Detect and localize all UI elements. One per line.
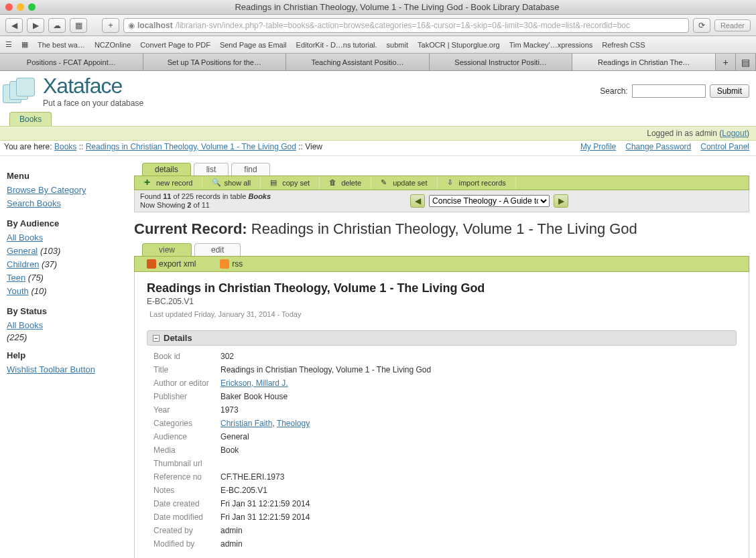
tab-details[interactable]: details [142,163,191,176]
tab-overflow-button[interactable]: ▤ [736,54,756,70]
sidebar-audience-heading: By Audience [7,218,114,228]
link-control-panel[interactable]: Control Panel [700,142,749,151]
sidebar-icon[interactable]: ☰ [5,40,12,49]
action-update-set[interactable]: ✎update set [371,176,437,190]
record-updated: Last updated Friday, January 31, 2014 - … [149,310,737,318]
reload-button[interactable]: ⟳ [693,18,710,33]
sidebar-status-count: (225) [7,332,27,342]
tab-find[interactable]: find [231,163,269,176]
action-copy-set[interactable]: ▤copy set [261,176,320,190]
tab-view[interactable]: view [142,243,192,256]
logout-link[interactable]: Logout [722,129,747,138]
prev-record-button[interactable]: ◀ [410,194,425,208]
content-tabs: details list find [142,163,749,176]
bookmark-item[interactable]: submit [387,41,408,49]
current-record-heading: Current Record: Readings in Christian Th… [134,220,749,238]
sidebar-help-heading: Help [7,350,114,360]
crumb-record[interactable]: Readings in Christian Theology, Volume 1… [86,142,296,151]
sidebar-aud-all[interactable]: All Books [7,232,43,242]
link-my-profile[interactable]: My Profile [580,142,616,151]
bookmark-item[interactable]: NCZOnline [94,41,131,49]
details-header[interactable]: − Details [147,330,737,346]
details-table: Book id302 TitleReadings in Christian Th… [153,350,737,551]
breadcrumb: You are here: Books :: Readings in Chris… [4,142,322,151]
browser-tab[interactable]: Set up TA Positions for the… [143,54,287,70]
reader-button[interactable]: Reader [714,19,751,31]
zoom-icon[interactable] [28,3,36,11]
sidebar-aud-general[interactable]: General [7,246,38,256]
forward-button[interactable]: ▶ [27,18,44,33]
crumb-books[interactable]: Books [54,142,76,151]
sidebar-help-link[interactable]: Wishlist Toolbar Button [7,363,114,376]
logo-icon [3,78,38,104]
bookmarks-button[interactable]: ▦ [70,18,87,33]
apps-icon[interactable]: ▦ [21,40,28,49]
tab-books[interactable]: Books [9,112,52,126]
bookmark-item[interactable]: Refresh CSS [602,41,645,49]
bookmark-item[interactable]: Send Page as Email [220,41,287,49]
sidebar: Menu Browse By Category Search Books By … [7,163,114,558]
sidebar-browse-category[interactable]: Browse By Category [7,184,114,197]
logo-text: Xataface [43,74,143,98]
nav-info: Found 11 of 225 records in table Books N… [140,192,271,210]
record-box: Readings in Christian Theology, Volume 1… [134,272,749,558]
search-input[interactable] [632,84,706,98]
collapse-icon[interactable]: − [153,335,160,342]
author-link[interactable]: Erickson, Millard J. [220,378,288,388]
sidebar-aud-children[interactable]: Children [7,259,39,269]
back-button[interactable]: ◀ [5,18,23,33]
bookmarks-bar: ☰ ▦ The best wa… NCZOnline Convert Page … [0,36,756,54]
trash-icon: 🗑 [329,178,338,188]
link-change-password[interactable]: Change Password [625,142,691,151]
record-nav: Found 11 of 225 records in table Books N… [134,190,749,212]
login-suffix: ) [747,129,749,138]
new-tab-button[interactable]: + [716,54,736,70]
action-new-record[interactable]: ✚new record [135,176,202,190]
export-xml[interactable]: export xml [135,258,208,270]
tab-list[interactable]: list [194,163,229,176]
sidebar-aud-youth[interactable]: Youth [7,286,29,296]
submit-button[interactable]: Submit [710,84,749,98]
action-show-all[interactable]: 🔍show all [202,176,261,190]
add-button[interactable]: + [102,18,119,33]
bookmark-item[interactable]: Convert Page to PDF [140,41,210,49]
breadcrumb-row: You are here: Books :: Readings in Chris… [0,141,756,156]
sidebar-aud-teen[interactable]: Teen [7,273,25,283]
sidebar-status-all[interactable]: All Books [7,319,114,332]
action-import[interactable]: ⇩import records [438,176,516,190]
logo[interactable]: Xataface Put a face on your database [3,74,143,108]
login-status: Logged in as admin (Logout) [0,126,756,141]
login-text: Logged in as admin ( [647,129,722,138]
minimize-icon[interactable] [17,3,24,11]
bookmark-item[interactable]: EditorKit - D…ns tutorial. [296,41,377,49]
bookmark-item[interactable]: The best wa… [38,41,85,49]
bookmark-item[interactable]: TakOCR | Stuporglue.org [418,41,500,49]
browser-tab[interactable]: Teaching Assistant Positio… [286,54,430,70]
globe-icon: ◉ [128,21,135,30]
action-delete[interactable]: 🗑delete [320,176,371,190]
browser-tab-active[interactable]: Readings in Christian The… [572,54,716,70]
crumb-view: View [305,142,322,151]
share-button[interactable]: ☁ [48,18,66,33]
browser-tab[interactable]: Sessional Instructor Positi… [430,54,573,70]
record-code: E-BC.205.V1 [147,297,737,306]
bookmark-item[interactable]: Tim Mackey'…xpressions [509,41,593,49]
sidebar-search-books[interactable]: Search Books [7,197,114,210]
browser-tab[interactable]: Positions - FCAT Appoint… [0,54,143,70]
record-select[interactable]: Concise Theology - A Guide to t [429,195,550,207]
window-title: Readings in Christian Theology, Volume 1… [44,2,751,12]
close-icon[interactable] [5,3,13,11]
next-record-button[interactable]: ▶ [554,194,568,208]
export-rss[interactable]: rss [208,258,255,270]
search-label: Search: [600,86,627,96]
category-link[interactable]: Christian Faith [220,419,272,428]
details-label: Details [164,333,192,343]
sidebar-menu-heading: Menu [7,171,114,181]
url-bar[interactable]: ◉ localhost /librarian-svn/index.php?-ta… [123,18,689,33]
xml-icon [147,259,156,269]
browser-tabs: Positions - FCAT Appoint… Set up TA Posi… [0,54,756,71]
category-link[interactable]: Theology [277,419,310,428]
plus-icon: ✚ [144,178,153,188]
tab-edit[interactable]: edit [194,243,241,256]
app-header: Xataface Put a face on your database Sea… [0,71,756,108]
